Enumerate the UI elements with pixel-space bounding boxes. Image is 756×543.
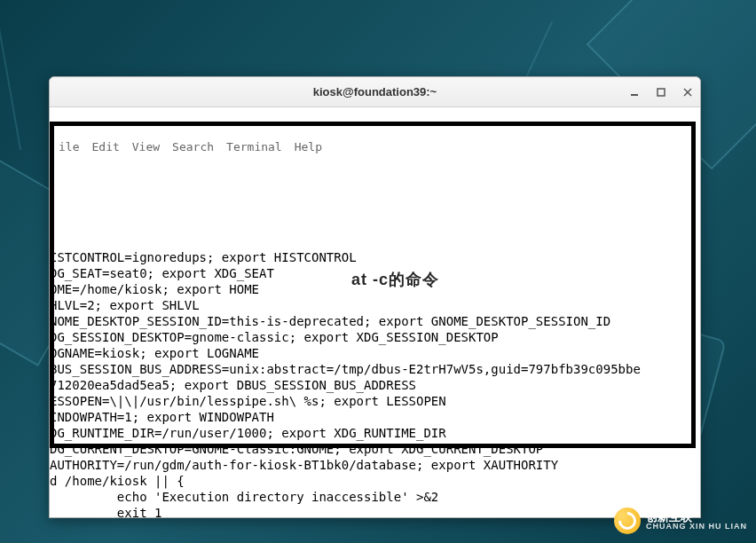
svg-rect-1 xyxy=(658,89,665,96)
menu-search[interactable]: Search xyxy=(172,139,214,153)
terminal-line: NOME_DESKTOP_SESSION_ID=this-is-deprecat… xyxy=(50,314,610,328)
menu-edit[interactable]: Edit xyxy=(91,139,119,153)
menu-file[interactable]: ile xyxy=(59,139,79,153)
terminal-line: HLVL=2; export SHLVL xyxy=(50,298,200,312)
terminal-line: DG_RUNTIME_DIR=/run/user/1000; export XD… xyxy=(50,426,446,440)
terminal-line: d /home/kiosk || { xyxy=(50,474,185,488)
menubar: ile Edit View Search Terminal Help xyxy=(50,139,700,153)
terminal-line: 712020ea5dad5ea5; export DBUS_SESSION_BU… xyxy=(50,378,416,392)
terminal-window: kiosk@foundation39:~ ile Edit View Searc… xyxy=(49,76,701,518)
maximize-button[interactable] xyxy=(656,87,666,98)
terminal-line: DG_SESSION_DESKTOP=gnome-classic; export… xyxy=(50,330,499,344)
terminal-body[interactable]: ile Edit View Search Terminal Help at -c… xyxy=(50,107,700,517)
terminal-line: ESSOPEN=\|\|/usr/bin/lesspipe.sh\ %s; ex… xyxy=(50,394,446,408)
terminal-line: OGNAME=kiosk; export LOGNAME xyxy=(50,346,259,360)
terminal-line: exit 1 xyxy=(50,506,161,517)
menu-view[interactable]: View xyxy=(132,139,160,153)
terminal-line: ISTCONTROL=ignoredups; export HISTCONTRO… xyxy=(50,250,357,264)
brand-logo: 创新互联 CHUANG XIN HU LIAN xyxy=(614,508,747,534)
minimize-button[interactable] xyxy=(629,87,640,98)
terminal-line: DG_SEAT=seat0; export XDG_SEAT xyxy=(50,266,274,280)
terminal-line: echo 'Execution directory inaccessible' … xyxy=(50,490,438,504)
close-button[interactable] xyxy=(682,87,693,98)
menu-terminal[interactable]: Terminal xyxy=(226,139,282,153)
titlebar[interactable]: kiosk@foundation39:~ xyxy=(50,77,700,107)
brand-logo-sub: CHUANG XIN HU LIAN xyxy=(646,523,747,531)
terminal-line: OME=/home/kiosk; export HOME xyxy=(50,282,259,296)
window-title: kiosk@foundation39:~ xyxy=(50,85,700,98)
terminal-line: INDOWPATH=1; export WINDOWPATH xyxy=(50,410,274,424)
terminal-line: AUTHORITY=/run/gdm/auth-for-kiosk-BT1bk0… xyxy=(50,458,558,472)
terminal-line: BUS_SESSION_BUS_ADDRESS=unix:abstract=/t… xyxy=(50,362,641,376)
terminal-output: ISTCONTROL=ignoredups; export HISTCONTRO… xyxy=(50,249,700,517)
terminal-line: DG_CURRENT_DESKTOP=GNOME-Classic:GNOME; … xyxy=(50,442,543,456)
brand-logo-icon xyxy=(614,508,641,534)
menu-help[interactable]: Help xyxy=(295,139,322,153)
window-controls xyxy=(629,87,693,98)
